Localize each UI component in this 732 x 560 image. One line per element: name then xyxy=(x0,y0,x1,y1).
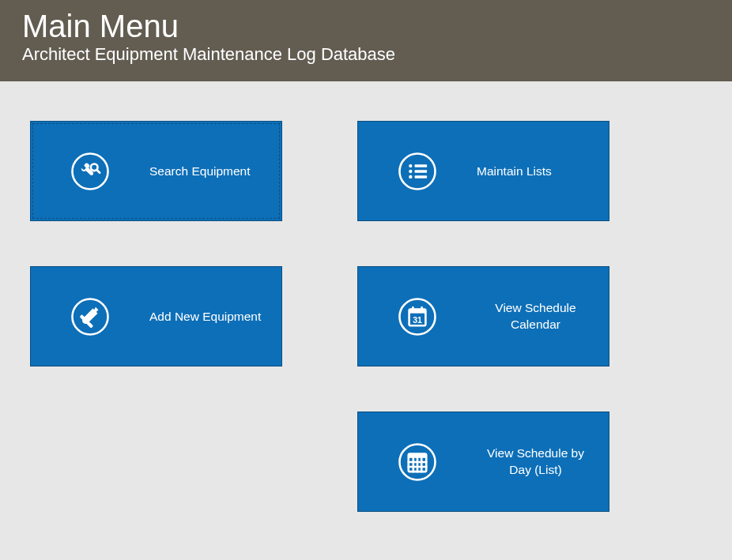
tile-maintain-lists[interactable]: Maintain Lists xyxy=(357,121,609,221)
tile-label: View Schedule Calendar xyxy=(477,300,609,333)
svg-rect-7 xyxy=(415,170,428,172)
header-banner: Main Menu Architect Equipment Maintenanc… xyxy=(0,0,732,81)
tile-view-schedule-calendar[interactable]: 31 View Schedule Calendar xyxy=(357,266,609,366)
svg-point-6 xyxy=(409,169,412,172)
calendar-grid-icon xyxy=(358,442,477,483)
tile-label: Maintain Lists xyxy=(477,164,609,179)
tile-view-schedule-by-day[interactable]: View Schedule by Day (List) xyxy=(357,412,609,512)
tile-add-new-equipment[interactable]: Add New Equipment xyxy=(30,266,282,366)
tile-label: Add New Equipment xyxy=(149,310,281,324)
svg-point-8 xyxy=(409,175,412,178)
page-title: Main Menu xyxy=(22,9,732,43)
tile-search-equipment[interactable]: Search Equipment xyxy=(30,121,282,221)
search-icon xyxy=(31,151,149,192)
svg-rect-5 xyxy=(415,164,428,167)
page-subtitle: Architect Equipment Maintenance Log Data… xyxy=(22,44,732,65)
tile-label: Search Equipment xyxy=(149,164,281,179)
svg-rect-15 xyxy=(412,306,414,310)
main-menu-grid: Search Equipment Maintain Lists Ad xyxy=(0,81,732,560)
svg-rect-14 xyxy=(409,309,426,313)
tools-icon xyxy=(31,296,149,337)
calendar-day-icon: 31 xyxy=(358,296,477,337)
svg-text:31: 31 xyxy=(413,315,422,324)
svg-rect-16 xyxy=(421,306,423,310)
tile-label: View Schedule by Day (List) xyxy=(477,445,609,479)
svg-rect-9 xyxy=(415,175,428,178)
list-icon xyxy=(358,151,477,192)
svg-point-4 xyxy=(409,163,412,167)
svg-line-2 xyxy=(97,170,100,172)
